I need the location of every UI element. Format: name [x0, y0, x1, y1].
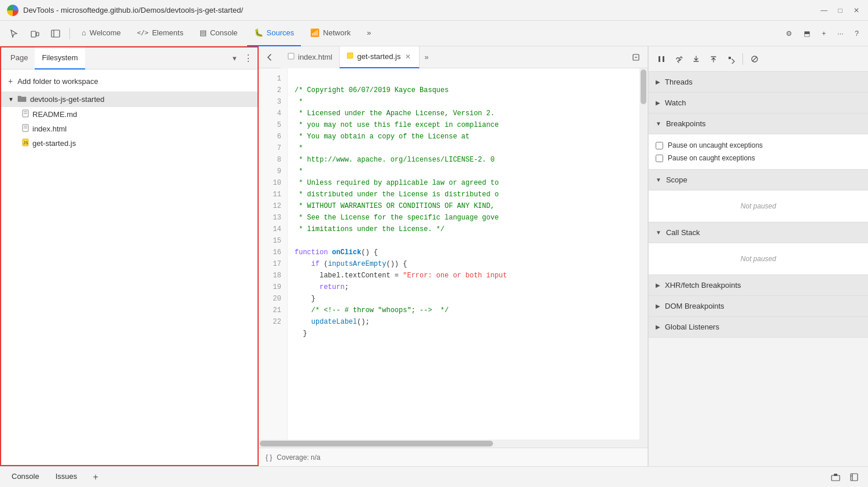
vertical-scrollbar[interactable]	[639, 68, 648, 440]
file-tab-icon	[288, 53, 295, 61]
callstack-content: Not paused	[649, 243, 868, 275]
devtools-toolbar: ⌂ Welcome </> Elements ▤ Console 🐛 Sourc…	[0, 21, 868, 46]
window-controls: — □ ✕	[819, 6, 861, 15]
add-folder-button[interactable]: + Add folder to workspace	[1, 72, 258, 90]
undock-icon	[849, 473, 859, 482]
main-area: Page Filesystem ▾ ⋮ + Add folder to work…	[0, 46, 868, 466]
add-tab-button[interactable]: +	[817, 25, 830, 42]
xhr-arrow-icon: ▶	[656, 282, 660, 288]
device-icon	[30, 29, 39, 38]
editor-tab-getstarted[interactable]: get-started.js ✕	[340, 46, 420, 68]
editor-nav-controls	[629, 50, 648, 64]
cursor-icon	[9, 29, 19, 38]
step-over-button[interactable]	[671, 51, 687, 67]
elements-icon: </>	[137, 29, 149, 36]
pause-resume-button[interactable]	[653, 51, 670, 67]
bottombar: Console Issues +	[0, 466, 868, 487]
close-tab-button[interactable]: ✕	[404, 52, 412, 62]
file-readme[interactable]: README.md	[1, 107, 258, 122]
file-tree: ▼ devtools-js-get-started README.md	[1, 90, 258, 152]
global-listeners-section-header[interactable]: ▶ Global Listeners	[649, 317, 868, 338]
callstack-not-paused: Not paused	[656, 248, 861, 270]
scope-section-header[interactable]: ▼ Scope	[649, 170, 868, 191]
watch-section-header[interactable]: ▶ Watch	[649, 93, 868, 113]
horizontal-scrollbar[interactable]	[259, 440, 648, 448]
console-icon: ▤	[200, 28, 207, 37]
pause-caught-checkbox[interactable]	[656, 155, 663, 162]
step-out-button[interactable]	[705, 51, 722, 67]
settings-button[interactable]: ⚙	[781, 25, 797, 42]
global-listeners-arrow-icon: ▶	[656, 324, 660, 330]
breakpoints-content: Pause on uncaught exceptions Pause on ca…	[649, 134, 868, 170]
pause-uncaught-checkbox[interactable]	[656, 142, 663, 149]
bottom-right-controls	[829, 470, 861, 484]
svg-rect-23	[834, 474, 837, 476]
svg-line-21	[752, 57, 757, 61]
scope-content: Not paused	[649, 191, 868, 222]
minimize-button[interactable]: —	[819, 6, 829, 15]
back-icon	[266, 53, 274, 61]
undock-button[interactable]	[847, 470, 861, 484]
toolbar-sep-right	[742, 53, 743, 65]
toolbar-separator-1	[69, 28, 70, 39]
toggle-sidebar-button[interactable]	[46, 25, 65, 42]
editor-status-bar: { } Coverage: n/a	[259, 448, 648, 466]
code-editor: 12345 678910 1112131415 1617181920 2122 …	[259, 68, 648, 440]
dock-bottom-button[interactable]	[829, 470, 843, 484]
device-emulation-button[interactable]	[25, 25, 44, 42]
folder-root[interactable]: ▼ devtools-js-get-started	[1, 91, 258, 107]
threads-section-header[interactable]: ▶ Threads	[649, 72, 868, 93]
network-icon: 📶	[310, 28, 319, 37]
editor-tabs: index.html get-started.js ✕ »	[259, 46, 648, 68]
deactivate-breakpoints-button[interactable]	[746, 51, 763, 67]
pause-icon	[657, 54, 666, 64]
curly-braces-icon: { }	[266, 453, 272, 462]
dom-bp-section-header[interactable]: ▶ DOM Breakpoints	[649, 296, 868, 317]
close-button[interactable]: ✕	[852, 6, 861, 15]
svg-rect-13	[347, 53, 353, 58]
bottom-tab-issues[interactable]: Issues	[51, 467, 82, 488]
xhr-label: XHR/fetch Breakpoints	[665, 281, 741, 290]
scrollbar-thumb[interactable]	[260, 441, 493, 446]
watch-arrow-icon: ▶	[656, 100, 660, 106]
more-tabs-button[interactable]: »	[360, 21, 378, 46]
step-button[interactable]	[723, 51, 739, 67]
tab-sources[interactable]: 🐛 Sources	[247, 21, 301, 46]
editor-back-button[interactable]	[261, 49, 278, 66]
collapse-icon	[632, 53, 640, 61]
maximize-button[interactable]: □	[836, 6, 845, 15]
code-content[interactable]: /* Copyright 06/07/2019 Kayce Basques * …	[288, 68, 648, 440]
tab-console[interactable]: ▤ Console	[193, 21, 245, 46]
overflow-menu-button[interactable]: ···	[833, 25, 848, 42]
tab-network[interactable]: 📶 Network	[303, 21, 358, 46]
callstack-label: Call Stack	[666, 228, 700, 237]
file-getstarted[interactable]: JS get-started.js	[1, 136, 258, 151]
bottom-tab-console[interactable]: Console	[7, 467, 44, 488]
file-js-icon: JS	[22, 138, 29, 148]
sources-icon: 🐛	[254, 28, 263, 37]
step-into-button[interactable]	[688, 51, 704, 67]
svg-text:JS: JS	[23, 141, 28, 145]
svg-rect-1	[36, 32, 39, 36]
xhr-section-header[interactable]: ▶ XHR/fetch Breakpoints	[649, 275, 868, 296]
inspect-element-button[interactable]	[5, 25, 23, 42]
file-indexhtml[interactable]: index.html	[1, 122, 258, 136]
tab-welcome[interactable]: ⌂ Welcome	[75, 21, 128, 46]
dock-button[interactable]: ⬒	[799, 25, 815, 42]
add-bottom-tab-button[interactable]: +	[89, 470, 102, 484]
callstack-section-header[interactable]: ▼ Call Stack	[649, 222, 868, 243]
tab-filesystem[interactable]: Filesystem	[35, 47, 84, 69]
scope-arrow-icon: ▼	[656, 177, 661, 183]
deactivate-bp-icon	[750, 54, 759, 64]
svg-rect-2	[52, 30, 60, 37]
help-button[interactable]: ?	[850, 25, 863, 42]
editor-tab-indexhtml[interactable]: index.html	[281, 46, 340, 68]
panel-tab-more-menu[interactable]: ⋮	[241, 50, 255, 66]
threads-arrow-icon: ▶	[656, 79, 660, 85]
tab-elements[interactable]: </> Elements	[130, 21, 190, 46]
editor-more-tabs[interactable]: »	[422, 50, 431, 64]
breakpoints-section-header[interactable]: ▼ Breakpoints	[649, 113, 868, 134]
editor-nav-collapse[interactable]	[629, 50, 643, 64]
tab-page[interactable]: Page	[3, 47, 35, 69]
panel-tab-dropdown[interactable]: ▾	[230, 52, 239, 65]
